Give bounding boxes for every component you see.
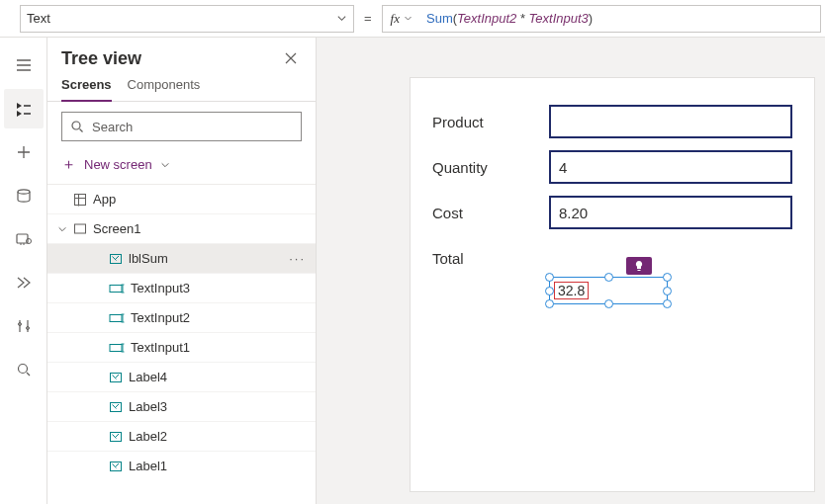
left-rail — [0, 38, 47, 504]
resize-handle[interactable] — [663, 287, 672, 295]
svg-point-2 — [26, 239, 31, 244]
label-icon — [109, 400, 123, 414]
total-value: 32.8 — [554, 282, 589, 299]
cost-input[interactable]: 8.20 — [549, 196, 792, 229]
svg-rect-8 — [75, 224, 86, 233]
tree-item[interactable]: Label3 — [47, 391, 316, 421]
hamburger-icon[interactable] — [4, 45, 44, 85]
screen-icon — [73, 222, 87, 236]
search-icon — [70, 120, 84, 133]
tree-view-title: Tree view — [61, 48, 141, 69]
tree-view-panel: Tree view Screens Components Search ＋ Ne… — [47, 38, 317, 504]
formula-bar: Text = fx Sum(TextInput2 * TextInput3) — [0, 0, 825, 38]
form-label: Total — [432, 250, 549, 267]
property-dropdown[interactable]: Text — [20, 5, 354, 33]
resize-handle[interactable] — [604, 299, 613, 308]
plus-icon: ＋ — [61, 155, 76, 174]
formula-text: Sum(TextInput2 * TextInput3) — [426, 11, 593, 26]
label-icon — [109, 252, 123, 266]
search-input[interactable]: Search — [61, 112, 302, 141]
svg-rect-10 — [110, 285, 122, 292]
product-input[interactable] — [549, 105, 792, 138]
form-label: Quantity — [432, 159, 549, 176]
textinput-icon — [109, 311, 125, 325]
app-icon — [73, 193, 87, 207]
fx-icon: fx — [391, 11, 400, 27]
tree-item[interactable]: Label4 — [47, 362, 316, 391]
screen-preview[interactable]: Product Quantity 4 Cost 8.20 Total 32.8 — [410, 77, 815, 492]
resize-handle[interactable] — [604, 273, 613, 282]
svg-point-6 — [72, 122, 80, 129]
tree-item-app[interactable]: App — [47, 184, 316, 213]
svg-rect-12 — [110, 344, 122, 351]
tree-item-screen1[interactable]: Screen1 — [47, 213, 316, 243]
tab-components[interactable]: Components — [128, 77, 201, 101]
chevron-down-icon[interactable] — [404, 14, 412, 23]
tab-screens[interactable]: Screens — [61, 77, 112, 102]
new-screen-button[interactable]: ＋ New screen — [47, 151, 316, 184]
tree-item[interactable]: lblSum ··· — [47, 243, 316, 273]
svg-point-5 — [18, 365, 27, 374]
power-automate-icon[interactable] — [4, 263, 44, 302]
resize-handle[interactable] — [545, 287, 554, 295]
more-icon[interactable]: ··· — [289, 251, 306, 266]
idea-icon[interactable] — [626, 257, 652, 275]
tree-item[interactable]: Label1 — [47, 451, 316, 480]
equals-label: = — [354, 11, 382, 26]
textinput-icon — [109, 282, 125, 295]
variables-icon[interactable] — [4, 306, 44, 346]
resize-handle[interactable] — [663, 273, 672, 282]
form-label: Cost — [432, 205, 549, 221]
property-dropdown-value: Text — [27, 11, 50, 26]
svg-rect-11 — [110, 314, 122, 321]
quantity-input[interactable]: 4 — [549, 150, 792, 184]
media-icon[interactable] — [4, 219, 44, 259]
canvas[interactable]: Product Quantity 4 Cost 8.20 Total 32.8 — [317, 38, 825, 504]
label-icon — [109, 430, 123, 444]
chevron-down-icon[interactable] — [57, 224, 67, 234]
tree-item[interactable]: TextInput1 — [47, 332, 316, 362]
svg-rect-7 — [75, 194, 86, 205]
formula-input[interactable]: fx Sum(TextInput2 * TextInput3) — [382, 5, 821, 33]
resize-handle[interactable] — [545, 299, 554, 308]
form-label: Product — [432, 114, 549, 130]
label-icon — [109, 460, 123, 473]
selected-control-lblsum[interactable]: 32.8 — [549, 277, 668, 304]
search-placeholder: Search — [92, 120, 133, 134]
insert-icon[interactable] — [4, 132, 44, 172]
tree-item[interactable]: Label2 — [47, 421, 316, 451]
resize-handle[interactable] — [663, 299, 672, 308]
search-icon[interactable] — [4, 350, 44, 389]
textinput-icon — [109, 341, 125, 355]
chevron-down-icon — [336, 13, 347, 24]
close-icon[interactable] — [280, 47, 302, 69]
data-icon[interactable] — [4, 176, 44, 215]
tree-item[interactable]: TextInput3 — [47, 273, 316, 302]
tree-list: App Screen1 lblSum ··· TextInput3 — [47, 184, 316, 504]
resize-handle[interactable] — [545, 273, 554, 282]
tree-view-icon[interactable] — [4, 89, 44, 128]
chevron-down-icon — [160, 160, 170, 170]
tree-item[interactable]: TextInput2 — [47, 302, 316, 332]
svg-point-0 — [18, 190, 30, 194]
label-icon — [109, 371, 123, 384]
